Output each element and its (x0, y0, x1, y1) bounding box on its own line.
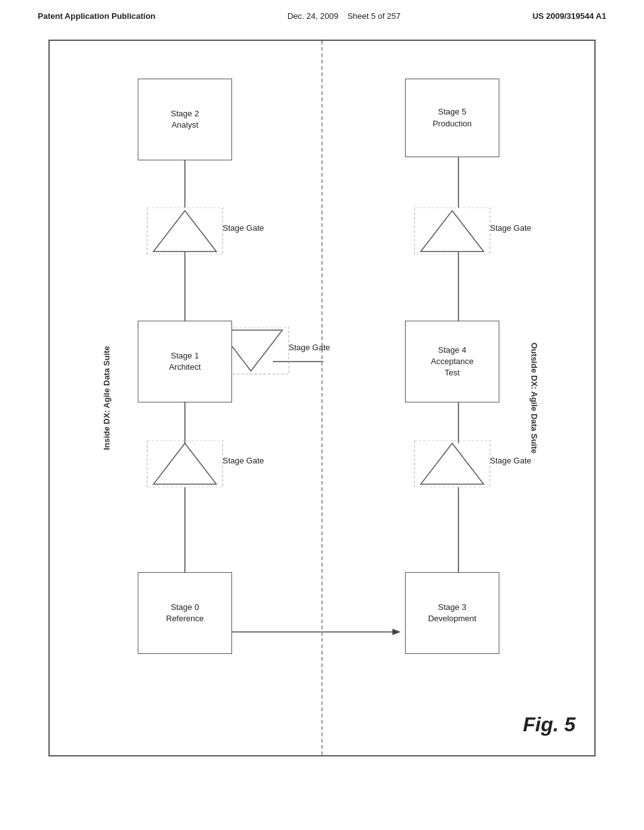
svg-marker-17 (421, 211, 484, 252)
page-header: Patent Application Publication Dec. 24, … (0, 0, 644, 27)
svg-rect-16 (147, 440, 223, 487)
gate4-container: Stage Gate (411, 208, 499, 257)
header-center: Dec. 24, 2009 Sheet 5 of 257 (287, 11, 401, 21)
stage2-box: Stage 2Analyst (138, 79, 232, 160)
vertical-divider (321, 41, 323, 755)
gate5-container: Stage Gate (411, 440, 499, 490)
svg-marker-15 (153, 443, 216, 484)
stage4-box: Stage 4AcceptanceTest (405, 321, 499, 402)
svg-rect-18 (414, 208, 490, 255)
main-content: Inside DX: Agile Data Suite Outside DX: … (0, 27, 644, 769)
header-right: US 2009/319544 A1 (533, 11, 606, 21)
header-left: Patent Application Publication (38, 11, 155, 21)
stage5-box: Stage 5Production (405, 79, 499, 157)
gate3-container: Stage Gate (144, 440, 232, 490)
diagram-container: Inside DX: Agile Data Suite Outside DX: … (48, 40, 596, 756)
svg-marker-11 (153, 211, 216, 252)
svg-rect-12 (147, 208, 223, 255)
gate1-container: Stage Gate (144, 208, 232, 257)
svg-marker-5 (392, 629, 401, 635)
stage1-box: Stage 1Architect (138, 321, 232, 402)
svg-marker-19 (421, 443, 484, 484)
svg-rect-20 (414, 440, 490, 487)
fig-label: Fig. 5 (523, 713, 575, 736)
stage3-box: Stage 3Development (405, 572, 499, 654)
left-col-label: Inside DX: Agile Data Suite (102, 346, 111, 450)
stage0-box: Stage 0Reference (138, 572, 232, 654)
right-col-label: Outside DX: Agile Data Suite (529, 343, 538, 454)
